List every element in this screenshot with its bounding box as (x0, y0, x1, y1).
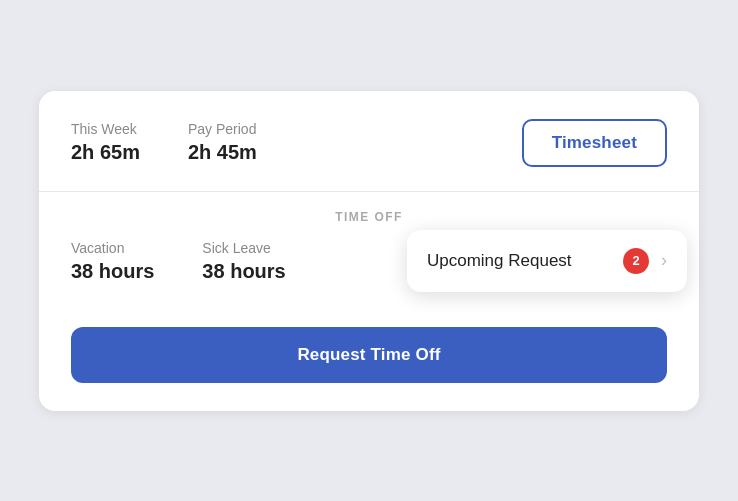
vacation-label: Vacation (71, 240, 154, 256)
chevron-right-icon: › (661, 250, 667, 271)
sick-leave-stat: Sick Leave 38 hours (202, 240, 285, 283)
this-week-value: 2h 65m (71, 141, 140, 164)
upcoming-request-badge: 2 (623, 248, 649, 274)
top-section: This Week 2h 65m Pay Period 2h 45m Times… (39, 91, 699, 191)
this-week-stat: This Week 2h 65m (71, 121, 140, 164)
time-off-section: TIME OFF Vacation 38 hours Sick Leave 38… (39, 192, 699, 307)
vacation-stat: Vacation 38 hours (71, 240, 154, 283)
upcoming-request-label: Upcoming Request (427, 251, 611, 271)
upcoming-request-popup[interactable]: Upcoming Request 2 › (407, 230, 687, 292)
request-time-off-button[interactable]: Request Time Off (71, 327, 667, 383)
time-off-label: TIME OFF (71, 210, 667, 224)
sick-leave-label: Sick Leave (202, 240, 285, 256)
stats-group: This Week 2h 65m Pay Period 2h 45m (71, 121, 257, 164)
timesheet-button[interactable]: Timesheet (522, 119, 667, 167)
this-week-label: This Week (71, 121, 140, 137)
pay-period-label: Pay Period (188, 121, 257, 137)
time-off-row: Vacation 38 hours Sick Leave 38 hours Up… (71, 240, 667, 283)
main-card: This Week 2h 65m Pay Period 2h 45m Times… (39, 91, 699, 411)
vacation-value: 38 hours (71, 260, 154, 283)
pay-period-value: 2h 45m (188, 141, 257, 164)
pay-period-stat: Pay Period 2h 45m (188, 121, 257, 164)
sick-leave-value: 38 hours (202, 260, 285, 283)
